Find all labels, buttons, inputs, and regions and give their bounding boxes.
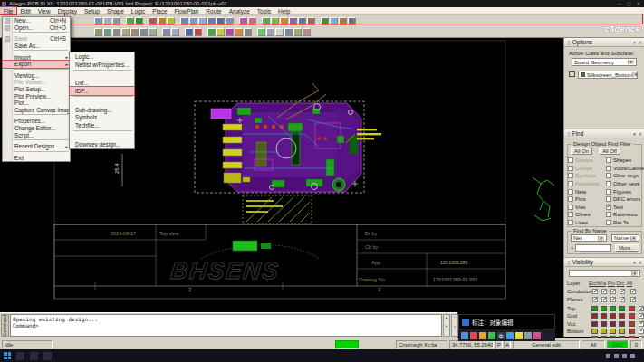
- close-icon[interactable]: ✕: [639, 260, 642, 265]
- toolbar-icon[interactable]: [103, 28, 111, 36]
- toolbar-icon[interactable]: [280, 17, 288, 25]
- layer-color-chip[interactable]: [610, 329, 616, 334]
- layer-color-chip[interactable]: [619, 313, 625, 319]
- toolbar-icon[interactable]: [244, 28, 252, 36]
- checkbox[interactable]: [639, 321, 644, 327]
- export-menu-item[interactable]: [73, 130, 132, 139]
- file-menu-item[interactable]: Plot... ▸: [3, 100, 70, 107]
- file-menu-item[interactable]: Exit ▸: [3, 155, 70, 162]
- file-menu-item[interactable]: ▸: [14, 114, 68, 117]
- checkbox[interactable]: [620, 289, 625, 294]
- toolbar-icon[interactable]: [112, 28, 120, 36]
- menu-bar-item[interactable]: Help: [274, 7, 293, 14]
- export-menu-item[interactable]: Sub-drawing...: [70, 106, 134, 114]
- checkbox[interactable]: [606, 196, 611, 202]
- checkbox[interactable]: [568, 212, 573, 217]
- ime-toolbar-icon[interactable]: [506, 332, 514, 339]
- menu-bar-item[interactable]: Analyze: [226, 7, 254, 14]
- layer-color-chip[interactable]: [591, 306, 598, 311]
- layer-color-chip[interactable]: [619, 306, 625, 311]
- checkbox[interactable]: [568, 166, 573, 171]
- checkbox[interactable]: [568, 173, 573, 178]
- close-button[interactable]: ✕: [637, 1, 640, 6]
- layer-color-chip[interactable]: [610, 306, 616, 311]
- drc-color-chip[interactable]: [629, 329, 635, 334]
- checkbox[interactable]: [568, 196, 573, 202]
- tray-icon[interactable]: [622, 354, 627, 358]
- visibility-column-header[interactable]: Etch: [589, 281, 598, 286]
- checkbox[interactable]: [568, 181, 573, 186]
- file-menu-item[interactable]: File Viewer... ▸: [3, 79, 70, 86]
- checkbox[interactable]: [568, 205, 573, 210]
- close-icon[interactable]: ✕: [639, 40, 642, 45]
- toolbar-icon[interactable]: [348, 17, 356, 25]
- drc-filter[interactable]: All: [582, 340, 605, 348]
- toolbar-icon[interactable]: [275, 28, 284, 36]
- export-menu-item[interactable]: [73, 96, 132, 105]
- console-scrollbar[interactable]: ▲▼: [443, 314, 450, 337]
- export-menu-item[interactable]: Logic...: [70, 52, 134, 61]
- checkbox[interactable]: [601, 297, 607, 302]
- pick-button[interactable]: P: [495, 340, 503, 348]
- visibility-column-header[interactable]: Via: [598, 281, 607, 286]
- toolbar-icon[interactable]: [248, 17, 256, 25]
- file-menu-item[interactable]: Viewlog... ▸: [3, 72, 70, 80]
- toolbar-icon[interactable]: [149, 28, 157, 36]
- checkbox[interactable]: [592, 297, 598, 302]
- ime-toolbar-icon[interactable]: [461, 332, 468, 339]
- tray-icon[interactable]: [614, 354, 619, 358]
- layer-color-chip[interactable]: [601, 313, 607, 319]
- toolbar-icon[interactable]: [112, 17, 120, 25]
- checkbox[interactable]: [639, 313, 644, 319]
- toolbar-icon[interactable]: [162, 28, 170, 36]
- console-pane-buttons[interactable]: ^v: [451, 314, 458, 337]
- toolbar-icon[interactable]: [207, 28, 216, 36]
- menu-bar-item[interactable]: View: [34, 7, 54, 14]
- checkbox[interactable]: [568, 157, 573, 163]
- pin-icon[interactable]: ▾: [633, 260, 636, 265]
- toolbar-icon[interactable]: [126, 17, 134, 25]
- checkbox[interactable]: [606, 157, 611, 163]
- toolbar-icon[interactable]: [135, 17, 143, 25]
- drc-color-chip[interactable]: [629, 313, 635, 319]
- visibility-panel-header[interactable]: ⣿ Visibility ▾✕: [564, 258, 644, 267]
- class-select[interactable]: Board Geometry▼: [572, 58, 637, 66]
- toolbar-icon[interactable]: [94, 17, 102, 25]
- subclass-select[interactable]: Silkscreen_Bottom▼: [578, 71, 638, 79]
- menu-bar-item[interactable]: Route: [202, 7, 225, 14]
- checkbox[interactable]: [568, 220, 573, 225]
- drc-color-chip[interactable]: [629, 321, 635, 327]
- ime-toolbar-icon[interactable]: [533, 332, 541, 339]
- file-menu-item[interactable]: Export ▸: [3, 61, 70, 68]
- close-icon[interactable]: ✕: [639, 131, 642, 137]
- tray-icon[interactable]: [630, 354, 635, 358]
- maximize-button[interactable]: ▢: [627, 1, 631, 6]
- checkbox[interactable]: [568, 189, 573, 195]
- export-menu-item[interactable]: Downrev design...: [70, 140, 134, 148]
- checkbox[interactable]: [639, 329, 644, 334]
- command-console[interactable]: Opening existing design... Command>: [10, 314, 442, 337]
- toolbar-icon[interactable]: [216, 28, 225, 36]
- checkbox[interactable]: [606, 212, 611, 217]
- file-menu-item[interactable]: Properties... ▸: [3, 118, 70, 125]
- toolbar-icon[interactable]: [226, 17, 234, 25]
- checkbox[interactable]: [606, 181, 611, 186]
- toolbar-icon[interactable]: [139, 28, 148, 36]
- options-panel-header[interactable]: ⣿ Options ▾✕: [564, 38, 644, 47]
- toolbar-icon[interactable]: [149, 17, 157, 25]
- checkbox[interactable]: [610, 289, 616, 294]
- toolbar-icon[interactable]: [307, 17, 315, 25]
- visibility-column-header[interactable]: Drc: [616, 281, 625, 286]
- toolbar-icon[interactable]: [266, 28, 274, 36]
- angle-button[interactable]: A: [504, 340, 511, 348]
- toolbar-icon[interactable]: [298, 17, 306, 25]
- all-off-button[interactable]: All Off: [599, 148, 620, 155]
- layer-color-chip[interactable]: [610, 313, 616, 319]
- file-menu-item[interactable]: Open... Ctrl+O ▸: [3, 24, 70, 32]
- file-menu-item[interactable]: Plot Setup... ▸: [3, 86, 70, 93]
- toolbar-icon[interactable]: [158, 17, 166, 25]
- visibility-column-header[interactable]: All: [625, 281, 634, 286]
- command-tab[interactable]: Command: [1, 314, 9, 337]
- layer-color-chip[interactable]: [601, 306, 607, 311]
- toolbar-icon[interactable]: [171, 28, 179, 36]
